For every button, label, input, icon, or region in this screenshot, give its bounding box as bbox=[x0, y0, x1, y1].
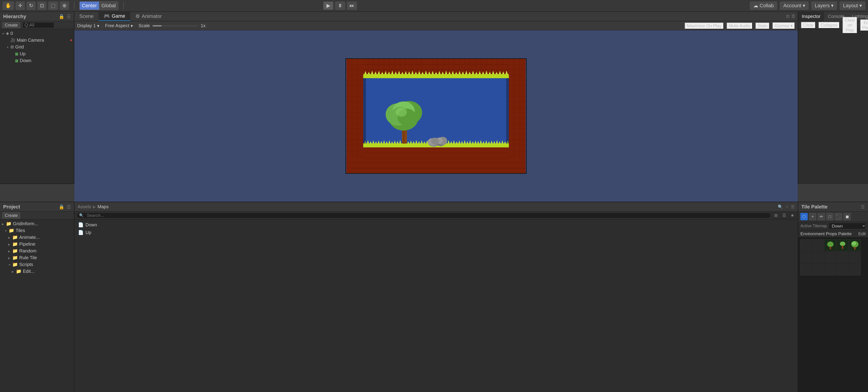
tile-cell-8[interactable] bbox=[837, 252, 848, 263]
account-button[interactable]: Account ▾ bbox=[780, 2, 809, 10]
tool-move-button[interactable]: + bbox=[809, 213, 816, 220]
scale-slider[interactable] bbox=[153, 25, 198, 27]
play-button[interactable]: ▶ bbox=[323, 2, 333, 10]
aspect-selector[interactable]: Free Aspect ▾ bbox=[105, 23, 133, 29]
assets-view-btn[interactable]: ☰ bbox=[781, 212, 787, 219]
svg-rect-214 bbox=[363, 78, 366, 144]
project-create-button[interactable]: Create bbox=[2, 212, 20, 219]
search-icon: 🔍 bbox=[79, 213, 84, 218]
tile-cell-6[interactable] bbox=[812, 252, 824, 263]
project-tree-animate[interactable]: 📁 Animate... bbox=[0, 234, 74, 241]
global-button[interactable]: Global bbox=[99, 2, 118, 10]
tile-cell-10[interactable] bbox=[800, 264, 812, 275]
project-menu-icon[interactable]: ☰ bbox=[67, 204, 71, 209]
assets-star-icon[interactable]: ☆ bbox=[785, 204, 788, 209]
tab-animator[interactable]: ⚙ Animator bbox=[130, 12, 167, 21]
tree-item-main-camera-label: Main Camera bbox=[17, 38, 44, 43]
layout-chevron-icon: ▾ bbox=[859, 3, 862, 9]
project-tree-scripts[interactable]: 📁 Scripts bbox=[0, 261, 74, 268]
menu-icon[interactable]: ☰ bbox=[792, 14, 795, 19]
assets-menu-icon[interactable]: ☰ bbox=[791, 204, 795, 209]
right-panel: Inspector Console Lighting 🔒 ☰ Clear Col… bbox=[798, 12, 868, 184]
tree-item-root[interactable]: ◈ 0 bbox=[0, 30, 74, 37]
tree-item-main-camera[interactable]: 🎥 Main Camera ■ bbox=[0, 37, 74, 43]
project-tree-rule-tile[interactable]: 📁 Rule Tile bbox=[0, 254, 74, 261]
tile-cell-4[interactable] bbox=[849, 239, 861, 251]
project-tree-random[interactable]: 📁 Random bbox=[0, 248, 74, 254]
project-tree-edit[interactable]: 📁 Edit... bbox=[0, 268, 74, 274]
custom-tool[interactable]: ⊕ bbox=[60, 2, 69, 10]
tool-fill-button[interactable]: ⬛ bbox=[835, 213, 842, 220]
stats-button[interactable]: Stats bbox=[755, 23, 770, 29]
hierarchy-create-button[interactable]: Create bbox=[2, 22, 20, 28]
expand-icon[interactable]: ⊡ bbox=[786, 14, 789, 19]
tool-eraser-button[interactable]: ◼ bbox=[843, 213, 851, 220]
layout-button[interactable]: Layout ▾ bbox=[840, 2, 865, 10]
step-button[interactable]: ⏭ bbox=[347, 2, 357, 10]
rotate-tool[interactable]: ↻ bbox=[27, 2, 36, 10]
tile-cell-13[interactable] bbox=[837, 264, 848, 275]
hand-tool[interactable]: ✋ bbox=[3, 2, 14, 10]
tool-paint-button[interactable]: ✏ bbox=[818, 213, 825, 220]
assets-panel: Assets ▶ Maps 🔍 ☆ ☰ 🔍 ⊞ ☰ ★ bbox=[74, 202, 798, 392]
tile-cell-11[interactable] bbox=[812, 264, 824, 275]
project-tree-gridinform[interactable]: 📁 GridInform... bbox=[0, 220, 74, 227]
tile-cell-0[interactable] bbox=[800, 239, 812, 251]
pause-button[interactable]: ⏸ bbox=[335, 2, 345, 10]
tile-cell-9[interactable] bbox=[849, 252, 861, 263]
tree-item-up[interactable]: ▦ Up bbox=[0, 50, 74, 57]
active-tilemap-select[interactable]: Down bbox=[829, 223, 866, 229]
tile-cell-12[interactable] bbox=[825, 264, 836, 275]
mute-audio-button[interactable]: Mute Audio bbox=[726, 23, 752, 29]
clear-button[interactable]: Clear bbox=[801, 22, 816, 29]
camera-icon: 🎥 bbox=[10, 38, 16, 42]
move-tool[interactable]: ✛ bbox=[16, 2, 25, 10]
scale-tool[interactable]: ⊡ bbox=[37, 2, 46, 10]
svg-rect-115 bbox=[509, 59, 526, 173]
layers-button[interactable]: Layers ▾ bbox=[811, 2, 837, 10]
asset-file-up[interactable]: 📄 Up bbox=[76, 229, 796, 236]
rect-tool[interactable]: ⬚ bbox=[48, 2, 58, 10]
collapse-button[interactable]: Collapse bbox=[818, 22, 840, 29]
pipeline-label: Pipeline bbox=[19, 241, 35, 247]
display-selector[interactable]: Display 1 ▾ bbox=[77, 23, 99, 29]
assets-search-input[interactable] bbox=[85, 213, 769, 219]
project-tree-tiles[interactable]: 📁 Tiles bbox=[0, 227, 74, 234]
tab-inspector[interactable]: Inspector bbox=[798, 12, 824, 21]
tool-rect-button[interactable]: □ bbox=[826, 213, 834, 220]
tile-cell-14[interactable] bbox=[849, 264, 861, 275]
grid-icon: ⊞ bbox=[10, 44, 14, 50]
tab-game[interactable]: 🎮 Game bbox=[99, 12, 130, 21]
tool-select-button[interactable]: ⬡ bbox=[800, 213, 808, 220]
assets-search-icon[interactable]: 🔍 bbox=[778, 204, 783, 209]
center-button[interactable]: Center bbox=[80, 2, 99, 10]
collab-button[interactable]: ☁ Collab bbox=[750, 2, 777, 10]
assets-star-btn[interactable]: ★ bbox=[789, 212, 796, 219]
active-tilemap-label: Active Tilemap bbox=[800, 224, 827, 228]
asset-file-down[interactable]: 📄 Down bbox=[76, 221, 796, 228]
assets-label: Assets bbox=[78, 204, 91, 209]
maps-label[interactable]: Maps bbox=[97, 204, 108, 209]
gridinform-label: GridInform... bbox=[13, 221, 38, 226]
tile-cell-2[interactable] bbox=[825, 239, 836, 251]
animate-folder-icon: 📁 bbox=[12, 234, 18, 240]
tree-item-grid[interactable]: ⊞ Grid bbox=[0, 43, 74, 50]
gizmos-button[interactable]: Gizmos ▾ bbox=[772, 22, 795, 29]
scene-header-controls: ⊡ ☰ bbox=[786, 14, 798, 19]
assets-filter-btn[interactable]: ⊞ bbox=[773, 212, 779, 219]
hierarchy-search-input[interactable] bbox=[23, 22, 54, 28]
tree-item-down[interactable]: ▦ Down bbox=[0, 57, 74, 64]
edit-palette-button[interactable]: Edit bbox=[858, 231, 866, 236]
tile-cell-3[interactable] bbox=[837, 239, 848, 251]
tile-cell-5[interactable] bbox=[800, 252, 812, 263]
hierarchy-menu-icon[interactable]: ☰ bbox=[67, 14, 71, 19]
tab-scene[interactable]: Scene bbox=[74, 12, 99, 21]
tree-item-up-label: Up bbox=[20, 51, 26, 57]
tile-cell-7[interactable] bbox=[825, 252, 836, 263]
tile-cell-1[interactable] bbox=[812, 239, 824, 251]
maximize-on-play-button[interactable]: Maximize On Play bbox=[685, 23, 724, 29]
project-tree-pipeline[interactable]: 📁 Pipeline bbox=[0, 241, 74, 248]
random-arrow bbox=[8, 249, 11, 253]
tree-item-down-label: Down bbox=[20, 58, 31, 63]
tile-palette-menu-icon[interactable]: ☰ bbox=[861, 204, 865, 209]
